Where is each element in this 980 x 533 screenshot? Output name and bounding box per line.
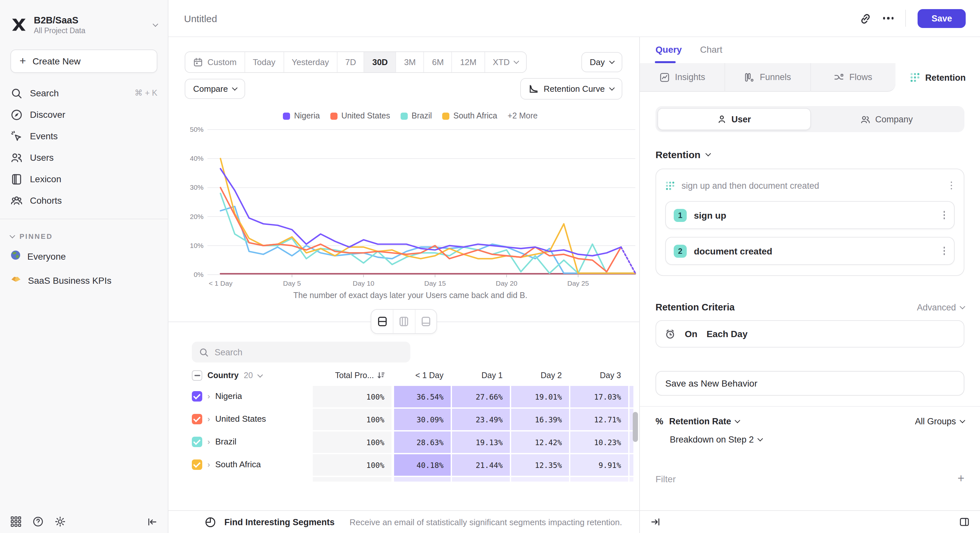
column-header-day-1[interactable]: Day 1 bbox=[451, 371, 510, 380]
clipped-cell bbox=[628, 476, 633, 482]
sidebar-item-users[interactable]: Users bbox=[0, 147, 168, 168]
range-custom[interactable]: Custom bbox=[185, 52, 245, 72]
advanced-dropdown[interactable]: Advanced bbox=[917, 302, 964, 312]
row-name: United States bbox=[215, 414, 266, 424]
expand-row-icon[interactable]: › bbox=[207, 460, 210, 469]
tab-flows[interactable]: Flows bbox=[810, 63, 896, 92]
chevron-down-icon bbox=[232, 85, 238, 91]
save-button[interactable]: Save bbox=[918, 9, 966, 28]
expand-row-icon[interactable]: › bbox=[207, 414, 210, 423]
report-title[interactable]: Untitled bbox=[184, 13, 217, 24]
divider bbox=[905, 10, 906, 27]
sidebar-item-lexicon[interactable]: Lexicon bbox=[0, 168, 168, 189]
legend-item-south-africa[interactable]: South Africa bbox=[442, 111, 497, 120]
pinned-item-everyone[interactable]: Everyone bbox=[0, 244, 168, 268]
tab-retention[interactable]: Retention bbox=[896, 63, 980, 92]
sidebar-item-search[interactable]: Search⌘ + K bbox=[0, 82, 168, 104]
copy-link-icon[interactable] bbox=[859, 12, 872, 24]
expand-row-icon[interactable]: › bbox=[207, 391, 210, 401]
range-6m[interactable]: 6M bbox=[424, 52, 452, 72]
behavior-step-1[interactable]: 1 sign up bbox=[665, 201, 955, 229]
entity-company[interactable]: Company bbox=[811, 108, 963, 130]
expand-row-icon[interactable]: › bbox=[207, 437, 210, 446]
sort-descending-icon[interactable] bbox=[377, 372, 385, 380]
behavior-step-2[interactable]: 2 document created bbox=[665, 237, 955, 265]
range-xtd[interactable]: XTD bbox=[484, 52, 526, 72]
range-30d[interactable]: 30D bbox=[364, 52, 396, 72]
measure-dropdown[interactable]: Retention Rate bbox=[669, 417, 740, 426]
value-cell: 12.71% bbox=[569, 407, 628, 430]
row-checkbox[interactable] bbox=[192, 391, 202, 401]
app-grid-icon[interactable] bbox=[10, 516, 21, 527]
split-horizontal-icon[interactable] bbox=[371, 310, 393, 333]
legend-more[interactable]: +2 More bbox=[508, 111, 538, 120]
legend-item-united-states[interactable]: United States bbox=[330, 111, 390, 120]
table-search-input[interactable] bbox=[215, 347, 403, 357]
legend-item-brazil[interactable]: Brazil bbox=[401, 111, 432, 120]
range-7d[interactable]: 7D bbox=[337, 52, 364, 72]
tab-funnels[interactable]: Funnels bbox=[725, 63, 810, 92]
legend-label: Brazil bbox=[412, 111, 432, 120]
interesting-segments-bar[interactable]: Find Interesting Segments Receive an ema… bbox=[169, 510, 639, 533]
help-icon[interactable] bbox=[32, 516, 44, 527]
column-header-day-2[interactable]: Day 2 bbox=[510, 371, 569, 380]
kebab-menu-icon[interactable] bbox=[948, 179, 955, 192]
settings-gear-icon[interactable] bbox=[55, 516, 66, 527]
range-label: Today bbox=[253, 57, 275, 67]
pinned-item-saas-business-kpis[interactable]: SaaS Business KPIs bbox=[0, 268, 168, 292]
breakdown-dropdown[interactable]: Breakdown on Step 2 bbox=[670, 435, 964, 445]
row-checkbox[interactable] bbox=[192, 436, 202, 447]
value-cell: 27.66% bbox=[451, 385, 510, 407]
range-3m[interactable]: 3M bbox=[396, 52, 424, 72]
sidebar-item-events[interactable]: Events bbox=[0, 125, 168, 147]
svg-text:Day 10: Day 10 bbox=[353, 279, 375, 287]
clipped-cell bbox=[628, 453, 633, 476]
collapse-panel-icon[interactable] bbox=[650, 517, 661, 527]
select-all-checkbox[interactable] bbox=[192, 370, 202, 381]
row-checkbox[interactable] bbox=[192, 459, 202, 469]
save-as-behavior-button[interactable]: Save as New Behavior bbox=[655, 371, 964, 396]
range-today[interactable]: Today bbox=[245, 52, 283, 72]
sidebar-item-cohorts[interactable]: Cohorts bbox=[0, 189, 168, 211]
add-filter-icon[interactable]: + bbox=[958, 472, 964, 485]
criteria-value[interactable]: Each Day bbox=[706, 329, 748, 339]
sidebar-item-discover[interactable]: Discover bbox=[0, 104, 168, 125]
compare-dropdown[interactable]: Compare bbox=[185, 79, 245, 99]
row-label-cell: ›Nigeria bbox=[182, 385, 313, 407]
criteria-card[interactable]: On Each Day bbox=[655, 320, 964, 348]
collapse-sidebar-icon[interactable] bbox=[147, 516, 158, 527]
pinned-section-toggle[interactable]: PINNED bbox=[0, 228, 168, 244]
range-12m[interactable]: 12M bbox=[452, 52, 484, 72]
project-switcher[interactable]: B2B/SaaS All Project Data bbox=[10, 10, 158, 39]
retention-dots-icon bbox=[910, 72, 920, 83]
table-row: ›Nigeria100%36.54%27.66%19.01%17.03% bbox=[182, 385, 639, 407]
legend-item-nigeria[interactable]: Nigeria bbox=[283, 111, 320, 120]
create-new-button[interactable]: + Create New bbox=[10, 49, 158, 73]
total-cell: 100% bbox=[313, 453, 391, 476]
tab-query[interactable]: Query bbox=[655, 44, 682, 63]
column-header-day-3[interactable]: Day 3 bbox=[569, 371, 628, 380]
range-yesterday[interactable]: Yesterday bbox=[283, 52, 337, 72]
row-name: Nigeria bbox=[215, 391, 242, 401]
sidebar: B2B/SaaS All Project Data + Create New S… bbox=[0, 0, 169, 533]
entity-user[interactable]: User bbox=[657, 108, 811, 130]
sidebar-footer bbox=[0, 510, 168, 533]
split-bottom-icon[interactable] bbox=[415, 310, 436, 333]
tab-chart[interactable]: Chart bbox=[700, 44, 722, 63]
granularity-dropdown[interactable]: Day bbox=[581, 52, 622, 72]
row-checkbox[interactable] bbox=[192, 413, 202, 424]
group-by-label[interactable]: Country bbox=[207, 371, 239, 380]
chevron-down-icon bbox=[757, 436, 763, 442]
chart-type-dropdown[interactable]: Retention Curve bbox=[520, 78, 622, 100]
retention-section-toggle[interactable]: Retention bbox=[655, 149, 964, 160]
more-options-icon[interactable] bbox=[883, 17, 894, 19]
kebab-menu-icon[interactable] bbox=[941, 209, 948, 222]
total-column-header[interactable]: Total Pro... bbox=[335, 371, 374, 380]
groups-dropdown[interactable]: All Groups bbox=[915, 417, 964, 426]
kebab-menu-icon[interactable] bbox=[941, 244, 948, 258]
split-vertical-icon[interactable] bbox=[393, 310, 415, 333]
panel-layout-icon[interactable] bbox=[959, 517, 970, 527]
tab-insights[interactable]: Insights bbox=[640, 63, 725, 92]
column-header--1-day[interactable]: < 1 Day bbox=[391, 371, 451, 380]
vertical-scrollbar[interactable] bbox=[633, 412, 638, 442]
